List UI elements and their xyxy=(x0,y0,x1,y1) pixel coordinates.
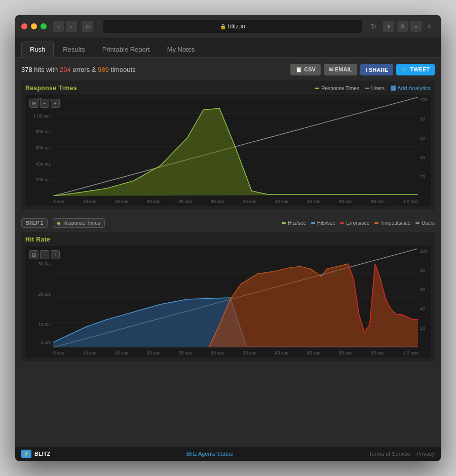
more-button[interactable]: » xyxy=(410,21,422,32)
maximize-button[interactable] xyxy=(41,23,47,29)
chart-header-hitrate: Hit Rate xyxy=(25,236,431,243)
privacy-link[interactable]: Privacy xyxy=(416,451,435,457)
hit-rate-title: Hit Rate xyxy=(25,236,50,243)
stats-text: 378 hits with 294 errors & 989 timeouts xyxy=(21,66,136,73)
y-axis-left-hitrate: 30.0/s 20.0/s 10.0/s 0.0/s xyxy=(25,246,53,347)
reader-view-button[interactable]: ⊡ xyxy=(82,21,93,32)
svg-marker-8 xyxy=(53,108,418,196)
new-tab-button[interactable]: + xyxy=(424,21,435,32)
traffic-lights xyxy=(21,23,47,29)
legend-hits-blue: Hits/sec xyxy=(311,220,335,226)
back-button[interactable]: ‹ xyxy=(53,21,64,32)
step-dot xyxy=(57,222,60,225)
chart-header-response: Response Times Response Times Users A xyxy=(25,85,431,92)
add-analytics-icon xyxy=(391,86,396,91)
action-buttons: 📋 CSV ✉ EMAIL f SHARE 🐦 TWEET xyxy=(290,64,435,75)
duplicate-button[interactable]: ⧉ xyxy=(397,21,408,32)
y-axis-right-hitrate: 100 80 60 40 20 xyxy=(418,246,431,347)
reload-button[interactable]: ↻ xyxy=(368,21,379,32)
timeouts-count: 989 xyxy=(98,66,109,73)
blitz-icon: ⚡ xyxy=(21,450,31,458)
footer-links: Terms of Service Privacy xyxy=(369,451,435,457)
svg-marker-16 xyxy=(209,264,418,347)
share-button[interactable]: f SHARE xyxy=(360,64,393,75)
tab-printable[interactable]: Printable Report xyxy=(94,42,158,57)
tab-results[interactable]: Results xyxy=(55,42,93,57)
url-text: blitz.io xyxy=(228,23,245,30)
legend-timeouts-orange: Timeouts/sec xyxy=(374,220,410,226)
errors-count: 294 xyxy=(60,66,71,73)
blitz-name: BLITZ xyxy=(34,451,50,457)
zoom-out-button[interactable]: − xyxy=(40,99,49,108)
step-item-label: Response Times xyxy=(62,220,100,226)
grid-button-hr[interactable]: ⊞ xyxy=(29,250,39,259)
tabs-bar: Rush Results Printable Report My Notes xyxy=(15,37,441,58)
grid-button[interactable]: ⊞ xyxy=(29,99,39,108)
legend-green-dot xyxy=(315,88,319,89)
legend-errors-red: Errors/sec xyxy=(340,220,369,226)
share-button[interactable]: ⬆ xyxy=(383,21,394,32)
step-badge: STEP 1 xyxy=(21,218,48,228)
csv-button[interactable]: 📋 CSV xyxy=(290,64,321,75)
lock-icon: 🔒 xyxy=(220,24,226,29)
step-response-times[interactable]: Response Times xyxy=(53,218,104,228)
forward-button[interactable]: › xyxy=(66,21,77,32)
hit-rate-canvas: ⊞ − + 30.0/s 20.0/s 10.0/s 0.0/s xyxy=(25,246,431,358)
close-button[interactable] xyxy=(21,23,27,29)
legend-users-gray: Users xyxy=(415,220,435,226)
response-times-svg-area xyxy=(53,97,418,196)
y-axis-left-response: 1.20 sec 1.00 sec 800 ms 600 ms 400 ms 2… xyxy=(25,95,53,196)
zoom-out-button-hr[interactable]: − xyxy=(40,250,49,259)
hits-label: hits with xyxy=(34,66,60,73)
timeouts-label: timeouts xyxy=(110,66,135,73)
share-area: ⬆ ⧉ » xyxy=(383,21,422,32)
tab-rush[interactable]: Rush xyxy=(21,42,54,57)
app-content: Rush Results Printable Report My Notes 3… xyxy=(15,37,441,461)
add-analytics-button[interactable]: Add Analytics xyxy=(391,85,431,91)
minimize-button[interactable] xyxy=(31,23,37,29)
response-times-section: Response Times Response Times Users A xyxy=(21,81,435,210)
step-info: STEP 1 Response Times Hits/sec Hits/sec xyxy=(21,215,435,231)
legend-response-label: Response Times xyxy=(321,86,359,91)
hit-rate-legend-inline: Hits/sec Hits/sec Errors/sec Timeouts/se… xyxy=(282,220,435,226)
response-times-canvas: ⊞ − + 1.20 sec 1.00 sec 800 ms 600 ms 40… xyxy=(25,95,431,206)
stats-row: 378 hits with 294 errors & 989 timeouts … xyxy=(21,64,435,75)
nav-buttons: ‹ › xyxy=(53,21,77,32)
legend-users: Users xyxy=(365,86,385,91)
terms-link[interactable]: Terms of Service xyxy=(369,451,410,457)
hit-rate-section: Hit Rate ⊞ − + 30.0/s 20.0/s xyxy=(21,232,435,362)
add-analytics-label: Add Analytics xyxy=(397,85,431,91)
errors-label: errors & xyxy=(72,66,98,73)
hit-rate-svg-area xyxy=(53,249,418,347)
tweet-button[interactable]: 🐦 TWEET xyxy=(396,64,435,75)
footer-status[interactable]: Blitz Agents Status xyxy=(186,451,233,457)
tab-notes[interactable]: My Notes xyxy=(159,42,203,57)
footer: ⚡ BLITZ Blitz Agents Status Terms of Ser… xyxy=(15,447,441,461)
title-bar: ‹ › ⊡ 🔒 blitz.io ↻ ⬆ ⧉ » + xyxy=(15,15,441,37)
response-times-legend: Response Times Users Add Analytics xyxy=(315,85,431,91)
address-bar[interactable]: 🔒 blitz.io xyxy=(103,20,362,33)
zoom-in-button[interactable]: + xyxy=(51,99,60,108)
chart-controls-hitrate: ⊞ − + xyxy=(29,250,60,259)
email-button[interactable]: ✉ EMAIL xyxy=(324,64,357,75)
zoom-in-button-hr[interactable]: + xyxy=(51,250,60,259)
x-axis-response: 5 sec 10 sec 15 sec 20 sec 25 sec 30 sec… xyxy=(53,197,418,206)
response-times-title: Response Times xyxy=(25,85,77,92)
y-axis-right-response: 100 80 60 40 20 xyxy=(418,95,431,196)
mac-window: ‹ › ⊡ 🔒 blitz.io ↻ ⬆ ⧉ » + Rush Results … xyxy=(15,15,441,461)
legend-users-label: Users xyxy=(371,86,385,91)
main-panel: 378 hits with 294 errors & 989 timeouts … xyxy=(15,58,441,447)
chart-controls-response: ⊞ − + xyxy=(29,99,60,108)
legend-gray-dot xyxy=(365,88,369,89)
hits-count: 378 xyxy=(21,66,32,73)
legend-hits-green: Hits/sec xyxy=(282,220,306,226)
x-axis-hitrate: 5 sec 10 sec 15 sec 20 sec 25 sec 30 sec… xyxy=(53,348,418,358)
footer-logo: ⚡ BLITZ xyxy=(21,450,50,458)
legend-response-times: Response Times xyxy=(315,86,359,91)
